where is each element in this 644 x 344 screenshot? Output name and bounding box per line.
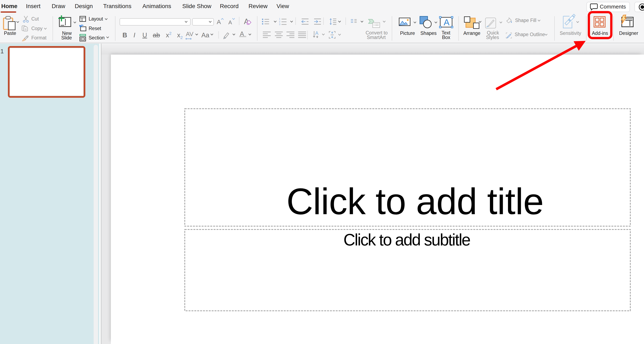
svg-text:A: A xyxy=(444,17,450,27)
svg-text:A: A xyxy=(315,30,318,36)
svg-text:3: 3 xyxy=(279,23,280,25)
svg-text:AV: AV xyxy=(186,31,194,37)
svg-text:2: 2 xyxy=(279,20,280,23)
svg-text:1: 1 xyxy=(279,18,280,20)
